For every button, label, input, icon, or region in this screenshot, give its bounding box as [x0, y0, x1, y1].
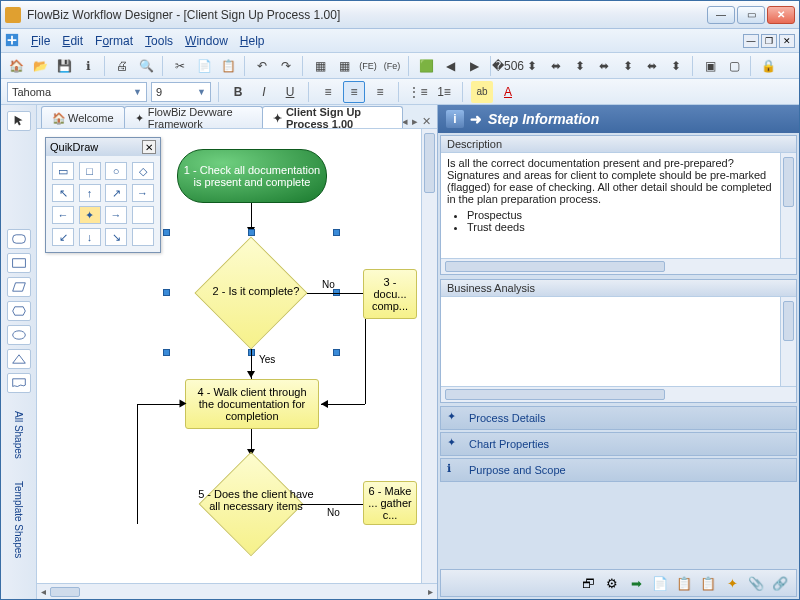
underline-button[interactable]: U [279, 81, 301, 103]
home-button[interactable]: 🏠 [5, 55, 27, 77]
shape-rect[interactable] [7, 253, 31, 273]
shape-rounded-rect[interactable] [7, 229, 31, 249]
shape-document[interactable] [7, 373, 31, 393]
align-right-button[interactable]: ≡ [369, 81, 391, 103]
tab-current[interactable]: ✦Client Sign Up Process 1.00 [262, 106, 403, 128]
highlight-button[interactable]: ab [471, 81, 493, 103]
qd-rounded[interactable]: ▭ [52, 162, 74, 180]
qd-arrow-nw[interactable]: ↖ [52, 184, 74, 202]
preview-button[interactable]: 🔍 [135, 55, 157, 77]
info-button[interactable]: ℹ [77, 55, 99, 77]
node-5-decision[interactable]: 5 - Does the client have all necessary i… [200, 453, 302, 555]
number-list-button[interactable]: 1≡ [433, 81, 455, 103]
qd-arrow-e[interactable]: → [132, 184, 154, 202]
panel-tool-add[interactable]: 📄 [650, 573, 670, 593]
node-1-terminator[interactable]: 1 - Check all documentation is present a… [177, 149, 327, 203]
node-3-process[interactable]: 3 - docu... comp... [363, 269, 417, 319]
tab-welcome[interactable]: 🏠Welcome [41, 106, 125, 128]
qd-arrow-se[interactable]: ↘ [105, 228, 127, 246]
accordion-process-details[interactable]: ✦ Process Details [440, 406, 797, 430]
align-center-button[interactable]: ≡ [343, 81, 365, 103]
bold-button[interactable]: B [227, 81, 249, 103]
business-analysis-body[interactable] [441, 297, 780, 386]
align-5-button[interactable]: ⬌ [593, 55, 615, 77]
panel-tool-star[interactable]: ✦ [722, 573, 742, 593]
group-button[interactable]: ▣ [699, 55, 721, 77]
qd-rect[interactable]: □ [79, 162, 101, 180]
align-3-button[interactable]: ⬌ [545, 55, 567, 77]
ungroup-button[interactable]: ▢ [723, 55, 745, 77]
shape-triangle[interactable] [7, 349, 31, 369]
redo-button[interactable]: ↷ [275, 55, 297, 77]
menu-file[interactable]: File [25, 32, 56, 50]
qd-blank[interactable] [132, 206, 154, 224]
print-button[interactable]: 🖨 [111, 55, 133, 77]
open-button[interactable]: 📂 [29, 55, 51, 77]
copy-button[interactable]: 📄 [193, 55, 215, 77]
font-color-button[interactable]: A [497, 81, 519, 103]
insert-shape-button[interactable]: 🟩 [415, 55, 437, 77]
quikdraw-close-button[interactable]: ✕ [142, 140, 156, 154]
align-4-button[interactable]: ⬍ [569, 55, 591, 77]
align-7-button[interactable]: ⬌ [641, 55, 663, 77]
cut-button[interactable]: ✂ [169, 55, 191, 77]
panel-tool-gear[interactable]: ⚙ [602, 573, 622, 593]
grid-button[interactable]: ▦ [309, 55, 331, 77]
shape-parallelogram[interactable] [7, 277, 31, 297]
align-6-button[interactable]: ⬍ [617, 55, 639, 77]
business-vscroll[interactable] [780, 297, 796, 386]
panel-tool-clip[interactable]: 📋 [698, 573, 718, 593]
menu-edit[interactable]: Edit [56, 32, 89, 50]
qd-arrow-ne[interactable]: ↗ [105, 184, 127, 202]
tab-framework[interactable]: ✦FlowBiz Devware Framework [124, 106, 263, 128]
paste-button[interactable]: 📋 [217, 55, 239, 77]
menu-window[interactable]: Window [179, 32, 234, 50]
description-hscroll[interactable] [441, 258, 796, 274]
accordion-purpose-scope[interactable]: ℹ Purpose and Scope [440, 458, 797, 482]
qd-ellipse[interactable]: ○ [105, 162, 127, 180]
qd-arrow-e2[interactable]: → [105, 206, 127, 224]
tab-nav-next[interactable]: ▸ [412, 115, 418, 128]
template-shapes-tab[interactable]: Template Shapes [11, 477, 26, 562]
nav-fwd-button[interactable]: ▶ [463, 55, 485, 77]
panel-tool-next[interactable]: ➡ [626, 573, 646, 593]
panel-tool-attach[interactable]: 📎 [746, 573, 766, 593]
node-2-decision[interactable]: 2 - Is it complete? [195, 237, 307, 349]
description-vscroll[interactable] [780, 153, 796, 258]
all-shapes-tab[interactable]: All Shapes [11, 407, 26, 463]
maximize-button[interactable]: ▭ [737, 6, 765, 24]
shape-hexagon[interactable] [7, 301, 31, 321]
qd-diamond[interactable]: ◇ [132, 162, 154, 180]
canvas[interactable]: QuikDraw✕ ▭ □ ○ ◇ ↖ ↑ ↗ → ← ✦ → [37, 129, 421, 583]
menu-tools[interactable]: Tools [139, 32, 179, 50]
business-hscroll[interactable] [441, 386, 796, 402]
close-button[interactable]: ✕ [767, 6, 795, 24]
panel-tool-link[interactable]: 🔗 [770, 573, 790, 593]
align-left-button[interactable]: ≡ [317, 81, 339, 103]
nav-back-button[interactable]: ◀ [439, 55, 461, 77]
font-size-combo[interactable]: 9▼ [151, 82, 211, 102]
node-6-process[interactable]: 6 - Make ... gather c... [363, 481, 417, 525]
mdi-close-button[interactable]: ✕ [779, 34, 795, 48]
quikdraw-palette[interactable]: QuikDraw✕ ▭ □ ○ ◇ ↖ ↑ ↗ → ← ✦ → [45, 137, 161, 253]
mdi-restore-button[interactable]: ❐ [761, 34, 777, 48]
font-family-combo[interactable]: Tahoma▼ [7, 82, 147, 102]
align-1-button[interactable]: �506 [497, 55, 519, 77]
panel-tool-1[interactable]: 🗗 [578, 573, 598, 593]
pointer-tool[interactable] [7, 111, 31, 131]
menu-help[interactable]: Help [234, 32, 271, 50]
qd-arrow-w[interactable]: ← [52, 206, 74, 224]
qd-center[interactable]: ✦ [79, 206, 101, 224]
qd-arrow-sw[interactable]: ↙ [52, 228, 74, 246]
fe-button[interactable]: (FE) [357, 55, 379, 77]
menu-format[interactable]: Format [89, 32, 139, 50]
accordion-chart-properties[interactable]: ✦ Chart Properties [440, 432, 797, 456]
canvas-hscroll[interactable]: ◂ ▸ [37, 583, 437, 599]
minimize-button[interactable]: — [707, 6, 735, 24]
align-2-button[interactable]: ⬍ [521, 55, 543, 77]
qd-arrow-s[interactable]: ↓ [79, 228, 101, 246]
fep-button[interactable]: (Fe) [381, 55, 403, 77]
save-button[interactable]: 💾 [53, 55, 75, 77]
italic-button[interactable]: I [253, 81, 275, 103]
align-8-button[interactable]: ⬍ [665, 55, 687, 77]
